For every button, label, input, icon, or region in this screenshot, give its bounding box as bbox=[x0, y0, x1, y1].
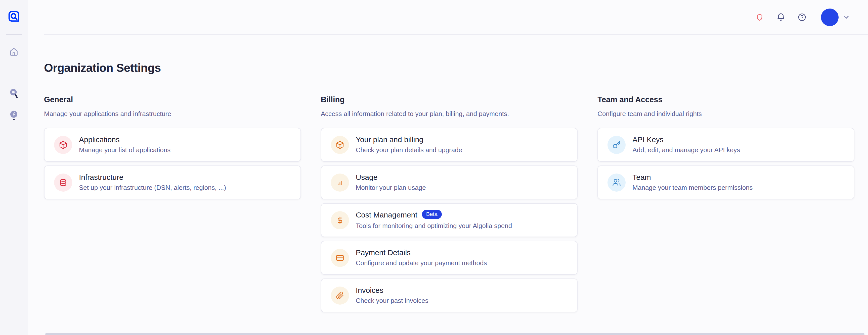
bell-icon bbox=[776, 12, 785, 22]
card-subtitle: Manage your list of applications bbox=[79, 146, 170, 154]
card-title: Usage bbox=[356, 173, 378, 181]
account-avatar-button[interactable] bbox=[821, 8, 839, 26]
sidebar-item-recommend[interactable] bbox=[8, 109, 19, 122]
notifications-button[interactable] bbox=[776, 12, 785, 22]
card-plan-billing[interactable]: Your plan and billing Check your plan de… bbox=[321, 128, 578, 162]
account-menu-button[interactable] bbox=[842, 13, 850, 21]
card-subtitle: Check your plan details and upgrade bbox=[356, 146, 462, 154]
beta-badge: Beta bbox=[422, 210, 442, 219]
content: Organization Settings General Manage you… bbox=[28, 61, 868, 312]
section-general: General Manage your applications and inf… bbox=[44, 95, 301, 199]
sidebar-divider bbox=[6, 34, 22, 35]
card-api-keys[interactable]: API Keys Add, edit, and manage your API … bbox=[597, 128, 855, 162]
sidebar-item-home[interactable] bbox=[9, 47, 19, 57]
section-billing: Billing Access all information related t… bbox=[321, 95, 578, 312]
card-title: Infrastructure bbox=[79, 173, 123, 181]
section-title: General bbox=[44, 95, 301, 104]
settings-grid: General Manage your applications and inf… bbox=[44, 95, 855, 312]
algolia-logo[interactable] bbox=[7, 10, 20, 23]
card-usage[interactable]: Usage Monitor your plan usage bbox=[321, 166, 578, 199]
card-title: API Keys bbox=[632, 135, 663, 144]
section-description: Manage your applications and infrastruct… bbox=[44, 110, 301, 118]
lightbulb-bolt-icon bbox=[8, 109, 19, 122]
section-description: Access all information related to your p… bbox=[321, 110, 578, 118]
card-list: API Keys Add, edit, and manage your API … bbox=[597, 128, 855, 199]
paperclip-icon bbox=[331, 287, 349, 305]
card-title: Payment Details bbox=[356, 248, 411, 257]
security-alert-button[interactable] bbox=[751, 9, 768, 25]
card-subtitle: Manage your team members permissions bbox=[632, 184, 752, 192]
card-title: Applications bbox=[79, 135, 120, 144]
card-invoices[interactable]: Invoices Check your past invoices bbox=[321, 278, 578, 312]
app-root: Organization Settings General Manage you… bbox=[0, 0, 868, 335]
topbar bbox=[28, 0, 868, 34]
card-list: Applications Manage your list of applica… bbox=[44, 128, 301, 199]
card-infrastructure[interactable]: Infrastructure Set up your infrastructur… bbox=[44, 166, 301, 199]
main-area: Organization Settings General Manage you… bbox=[28, 0, 868, 335]
credit-card-icon bbox=[331, 249, 349, 267]
section-description: Configure team and individual rights bbox=[597, 110, 855, 118]
topbar-divider bbox=[44, 34, 868, 35]
home-icon bbox=[9, 47, 19, 57]
dollar-icon bbox=[331, 211, 349, 229]
card-payment-details[interactable]: Payment Details Configure and update you… bbox=[321, 241, 578, 275]
search-magnifier-icon bbox=[8, 88, 19, 99]
section-title: Billing bbox=[321, 95, 578, 104]
card-cost-management[interactable]: Cost Management Beta Tools for monitorin… bbox=[321, 203, 578, 237]
sidebar-item-search-relevance[interactable] bbox=[8, 88, 19, 99]
help-button[interactable] bbox=[798, 13, 806, 22]
card-subtitle: Set up your infrastructure (DSN, alerts,… bbox=[79, 184, 226, 192]
card-subtitle: Monitor your plan usage bbox=[356, 184, 426, 192]
key-icon bbox=[608, 136, 626, 154]
question-circle-icon bbox=[798, 13, 806, 22]
chevron-down-icon bbox=[842, 13, 850, 21]
section-team-access: Team and Access Configure team and indiv… bbox=[597, 95, 855, 199]
section-title: Team and Access bbox=[597, 95, 855, 104]
card-subtitle: Add, edit, and manage your API keys bbox=[632, 146, 740, 154]
card-title: Your plan and billing bbox=[356, 135, 424, 144]
card-subtitle: Configure and update your payment method… bbox=[356, 259, 487, 267]
bar-chart-icon bbox=[331, 173, 349, 192]
box-icon bbox=[54, 136, 72, 154]
horizontal-scrollbar[interactable] bbox=[45, 333, 865, 335]
card-subtitle: Check your past invoices bbox=[356, 297, 429, 305]
card-title: Team bbox=[632, 173, 651, 181]
sidebar bbox=[0, 0, 28, 335]
card-subtitle: Tools for monitoring and optimizing your… bbox=[356, 222, 512, 230]
card-title: Invoices bbox=[356, 286, 383, 294]
card-title: Cost Management bbox=[356, 211, 417, 219]
shield-icon bbox=[755, 13, 764, 21]
page-title: Organization Settings bbox=[44, 61, 855, 75]
avatar bbox=[821, 8, 839, 26]
users-icon bbox=[608, 173, 626, 192]
card-team[interactable]: Team Manage your team members permission… bbox=[597, 166, 855, 199]
card-applications[interactable]: Applications Manage your list of applica… bbox=[44, 128, 301, 162]
card-list: Your plan and billing Check your plan de… bbox=[321, 128, 578, 312]
database-icon bbox=[54, 173, 72, 192]
box-icon bbox=[331, 136, 349, 154]
